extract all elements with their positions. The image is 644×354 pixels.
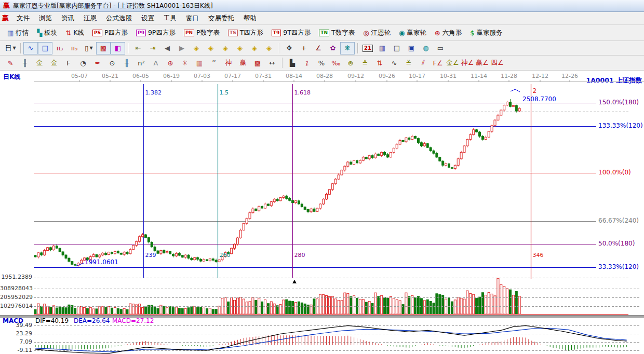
- tool-crosshair[interactable]: +: [297, 43, 311, 54]
- date-tick: 06-05: [132, 73, 149, 79]
- tool-prev-page[interactable]: ◀: [160, 43, 174, 54]
- prev-page-icon: ◀: [165, 44, 170, 52]
- tool-square-grid[interactable]: ▦: [193, 57, 206, 69]
- menu-帮助[interactable]: 帮助: [239, 13, 261, 23]
- tool-updown-flag[interactable]: ⇅: [373, 57, 386, 69]
- tool-shrink-v-diamond[interactable]: ◈: [262, 43, 276, 54]
- menu-浏览[interactable]: 浏览: [34, 13, 57, 23]
- tool-red-target[interactable]: ⊕: [164, 57, 177, 69]
- tool-bars-9[interactable]: ıı₉: [68, 43, 81, 54]
- tool-gann-scale[interactable]: ╫: [18, 57, 32, 69]
- toolbar-p-square[interactable]: PSP四方形: [88, 27, 132, 39]
- p-number-table-label: P数字表: [196, 29, 220, 37]
- tool-send-web[interactable]: ◍: [419, 43, 433, 54]
- tool-time-scale[interactable]: ╫: [120, 57, 133, 69]
- tool-k-count[interactable]: ʹʹ: [207, 57, 221, 69]
- toolbar-t-number-table[interactable]: TNT数字表: [315, 27, 359, 39]
- tool-first-page[interactable]: ⇤: [131, 43, 145, 54]
- tool-hand-drag[interactable]: ✥: [283, 43, 296, 54]
- tool-star-grid[interactable]: ✳: [178, 57, 192, 69]
- tool-period-daily-dropdown[interactable]: 日▼: [4, 43, 17, 54]
- tool-calculator[interactable]: ▦: [375, 43, 389, 54]
- toolbar-p-number-table[interactable]: PNP数字表: [180, 27, 224, 39]
- tool-bars-3[interactable]: ıı₃: [53, 43, 66, 54]
- tool-draw-knife[interactable]: ✎: [4, 57, 17, 69]
- toolbar-t-square[interactable]: TST四方形: [224, 27, 267, 39]
- tool-red-pattern-view[interactable]: ▩: [97, 43, 110, 54]
- menu-文件[interactable]: 文件: [12, 13, 34, 23]
- tool-j-angle[interactable]: ⫽: [417, 57, 430, 69]
- toolbar-quotes[interactable]: ▦行情: [3, 27, 33, 39]
- tool-h-span[interactable]: ↔: [265, 57, 279, 69]
- tool-win-angle[interactable]: 赢∠: [475, 57, 489, 69]
- tool-percent[interactable]: %: [315, 57, 328, 69]
- tool-trend-wave-tool[interactable]: ∿: [24, 43, 37, 54]
- date-tick: 10-17: [409, 73, 425, 79]
- tool-angle-measure[interactable]: ∠: [312, 43, 325, 54]
- menu-资讯[interactable]: 资讯: [57, 13, 79, 23]
- tool-cycle-circle[interactable]: ⊙: [105, 57, 119, 69]
- toolbar-winner-service[interactable]: $赢家服务: [466, 27, 506, 39]
- tool-price-ladder[interactable]: ▙: [286, 57, 299, 69]
- level-label: 133.33%(120): [598, 122, 643, 129]
- tool-percent-line[interactable]: ⁒: [300, 57, 314, 69]
- menu-工具[interactable]: 工具: [159, 13, 181, 23]
- 9p-square-icon: P9: [136, 30, 146, 36]
- tool-scroll-left-diamond[interactable]: ◈: [190, 43, 203, 54]
- 9p-square-label: 9P四方形: [148, 29, 176, 37]
- toolbar-9t-square[interactable]: T99T四方形: [267, 27, 315, 39]
- menu-设置[interactable]: 设置: [137, 13, 159, 23]
- kline-icon: ⇅: [65, 30, 71, 36]
- tool-save[interactable]: ▣: [405, 43, 418, 54]
- menu-窗口[interactable]: 窗口: [181, 13, 204, 23]
- tool-gold-line[interactable]: ≙: [358, 57, 372, 69]
- toolbar-winner-wheel[interactable]: ◉赢家轮: [395, 27, 431, 39]
- tool-shen-grid[interactable]: 神: [222, 57, 235, 69]
- tool-win-grid[interactable]: 赢: [236, 57, 250, 69]
- tool-notepad[interactable]: ▤: [390, 43, 404, 54]
- tool-calendar-21[interactable]: 21: [361, 43, 374, 54]
- toolbar-gann-wheel[interactable]: ◎江恩轮: [359, 27, 395, 39]
- menu-交易委托[interactable]: 交易委托: [204, 13, 239, 23]
- tool-draw-pen[interactable]: ✒: [91, 57, 104, 69]
- tool-f-scale[interactable]: F: [62, 57, 75, 69]
- tool-shrink-h-diamond[interactable]: ◈: [233, 43, 247, 54]
- kline-plot[interactable]: [0, 71, 644, 354]
- tool-smart-brain[interactable]: ❋: [341, 43, 354, 54]
- tool-expand-v-diamond[interactable]: ◈: [248, 43, 261, 54]
- tool-percent-under[interactable]: ‰: [329, 57, 343, 69]
- tool-next-page[interactable]: ▶: [175, 43, 189, 54]
- macd-scale-label: 23.29: [0, 331, 32, 337]
- tool-si-angle[interactable]: 四∠: [490, 57, 504, 69]
- tool-last-page[interactable]: ⇥: [146, 43, 159, 54]
- tool-gold-angle[interactable]: 金∠: [446, 57, 460, 69]
- menu-江恩[interactable]: 江恩: [79, 13, 101, 23]
- tool-gold-scale-1[interactable]: 金: [33, 57, 46, 69]
- toolbar-main: ▦行情▚板块⇅K线PSP四方形P99P四方形PNP数字表TST四方形T99T四方…: [0, 25, 644, 41]
- tool-gold-underline[interactable]: ≚: [402, 57, 415, 69]
- percent-icon: %: [318, 59, 325, 67]
- toolbar-sectors[interactable]: ▚板块: [33, 27, 61, 39]
- tool-scroll-right-diamond[interactable]: ◈: [204, 43, 218, 54]
- toolbar-kline[interactable]: ⇅K线: [61, 27, 88, 39]
- tool-printer[interactable]: ▭: [434, 43, 447, 54]
- tool-gann-marker[interactable]: ✿: [326, 43, 340, 54]
- percent-line-icon: ⁒: [305, 59, 308, 67]
- tool-gold-scale-2[interactable]: 金: [47, 57, 61, 69]
- expand-h-diamond-icon: ◈: [223, 44, 228, 52]
- tool-spiral-tool[interactable]: ◔: [76, 57, 90, 69]
- tool-n-square-tool[interactable]: n²: [135, 57, 148, 69]
- tool-shen-angle[interactable]: 神∠: [461, 57, 475, 69]
- tool-gold-circle[interactable]: ⊜: [344, 57, 357, 69]
- tool-profile-histogram[interactable]: ◧: [111, 43, 125, 54]
- toolbar-hexagon[interactable]: ⊛六角形: [431, 27, 466, 39]
- tool-grid-129[interactable]: ▩: [251, 57, 264, 69]
- tool-expand-h-diamond[interactable]: ◈: [219, 43, 232, 54]
- tool-mirror-tool[interactable]: A: [149, 57, 163, 69]
- toolbar-9p-square[interactable]: P99P四方形: [132, 27, 180, 39]
- menu-公式选股[interactable]: 公式选股: [101, 13, 137, 23]
- tool-info-panel[interactable]: ▤: [38, 43, 52, 54]
- tool-wave-band[interactable]: ∿: [387, 57, 401, 69]
- tool-candle-style-dropdown[interactable]: ▯▼: [82, 43, 96, 54]
- tool-f-angle[interactable]: F∠: [431, 57, 445, 69]
